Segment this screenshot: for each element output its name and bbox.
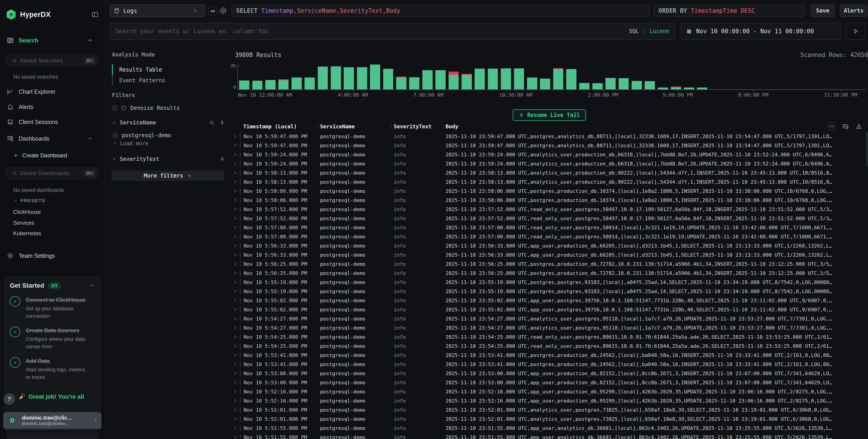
histogram-bar[interactable] (251, 59, 264, 89)
column-resize-handle[interactable]: ⋮ (440, 123, 445, 130)
row-expand-icon[interactable] (233, 253, 239, 257)
histogram-bar[interactable] (722, 59, 735, 89)
column-resize-handle[interactable]: ⋮ (315, 123, 320, 130)
help-button[interactable]: ? (4, 394, 15, 405)
column-header-timestamp[interactable]: Timestamp (Local) (243, 124, 315, 129)
table-row[interactable]: Nov 10 5:54:27.000 PMpostgresql-demoinfo… (230, 314, 868, 323)
table-row[interactable]: Nov 10 5:54:25.000 PMpostgresql-demoinfo… (230, 341, 868, 351)
histogram-bar[interactable] (303, 59, 316, 89)
table-row[interactable]: Nov 10 5:59:47.000 PMpostgresql-demoinfo… (230, 132, 868, 141)
row-expand-icon[interactable] (233, 280, 239, 284)
histogram-bar[interactable] (827, 59, 839, 89)
table-row[interactable]: Nov 10 5:53:41.000 PMpostgresql-demoinfo… (230, 360, 868, 369)
row-expand-icon[interactable] (233, 244, 239, 248)
sidebar-item-team-settings[interactable]: Team Settings (0, 250, 104, 262)
row-expand-icon[interactable] (233, 299, 239, 303)
chevron-up-icon[interactable] (87, 38, 93, 43)
histogram-bar[interactable] (591, 59, 604, 89)
histogram-bar[interactable] (395, 59, 408, 89)
table-row[interactable]: Nov 10 5:57:00.000 PMpostgresql-demoinfo… (230, 232, 868, 241)
row-expand-icon[interactable] (233, 371, 239, 375)
resume-live-tail-button[interactable]: Resume Live Tail (513, 109, 586, 121)
table-row[interactable]: Nov 10 5:56:33.000 PMpostgresql-demoinfo… (230, 241, 868, 250)
table-row[interactable]: Nov 10 5:53:00.000 PMpostgresql-demoinfo… (230, 378, 868, 387)
histogram-bar[interactable] (682, 59, 695, 89)
histogram-bar[interactable] (381, 59, 395, 89)
histogram-bar[interactable] (552, 59, 565, 89)
table-row[interactable]: Nov 10 5:54:27.000 PMpostgresql-demoinfo… (230, 323, 868, 332)
table-row[interactable]: Nov 10 5:56:33.000 PMpostgresql-demoinfo… (230, 250, 868, 259)
sidebar-item-dashboards[interactable]: Dashboards (0, 133, 104, 145)
tab-results-table[interactable]: Results Table (112, 64, 212, 75)
histogram-bar[interactable] (330, 59, 342, 89)
column-header-body[interactable]: Body (445, 124, 458, 129)
histogram-bar[interactable] (709, 59, 722, 89)
histogram-bar[interactable] (238, 59, 251, 89)
histogram-bar[interactable] (421, 59, 434, 89)
table-row[interactable]: Nov 10 5:59:47.000 PMpostgresql-demoinfo… (230, 141, 868, 150)
search-input[interactable]: Search your events w/ Lucene ex. column:… (110, 23, 675, 40)
row-expand-icon[interactable] (233, 308, 239, 312)
histogram-bar[interactable] (434, 59, 447, 89)
sidebar-item-search[interactable]: Search (0, 34, 104, 46)
save-button[interactable]: Save (811, 5, 835, 17)
order-by-input[interactable]: ORDER BY TimestampTime DESC (654, 5, 805, 17)
row-expand-icon[interactable] (233, 417, 239, 421)
row-expand-icon[interactable] (233, 344, 239, 348)
saved-searches-input[interactable]: Saved Searches ⌘K (5, 55, 99, 66)
pin-icon[interactable] (219, 120, 225, 126)
table-row[interactable]: Nov 10 5:52:16.000 PMpostgresql-demoinfo… (230, 387, 868, 396)
row-expand-icon[interactable] (233, 225, 239, 229)
download-icon[interactable] (855, 123, 863, 130)
tab-event-patterns[interactable]: Event Patterns (112, 75, 212, 86)
preset-clickhouse[interactable]: ClickHouse (13, 209, 41, 215)
histogram-bar[interactable] (513, 59, 525, 89)
table-row[interactable]: Nov 10 5:53:00.000 PMpostgresql-demoinfo… (230, 369, 868, 378)
row-expand-icon[interactable] (233, 353, 239, 357)
saved-dashboards-input[interactable]: Saved Dashboards ⌘K (5, 167, 99, 179)
table-row[interactable]: Nov 10 5:52:01.000 PMpostgresql-demoinfo… (230, 414, 868, 424)
get-started-item[interactable]: Add DataStart sending logs, metrics, or … (10, 357, 95, 381)
histogram-bar[interactable] (290, 59, 303, 89)
language-sql[interactable]: SQL (629, 28, 639, 34)
histogram-bar[interactable] (839, 59, 852, 89)
sidebar-collapse-icon[interactable] (91, 11, 99, 18)
table-row[interactable]: Nov 10 5:51:55.000 PMpostgresql-demoinfo… (230, 433, 868, 439)
table-row[interactable]: Nov 10 5:55:19.000 PMpostgresql-demoinfo… (230, 278, 868, 287)
histogram-bar[interactable] (565, 59, 578, 89)
row-expand-icon[interactable] (233, 289, 239, 293)
columns-code-icon[interactable] (828, 123, 835, 130)
column-header-severitytext[interactable]: SeverityText (394, 124, 440, 129)
table-row[interactable]: Nov 10 5:54:25.000 PMpostgresql-demoinfo… (230, 332, 868, 341)
load-more-button[interactable]: Load more (113, 140, 149, 146)
histogram-bar[interactable] (473, 59, 486, 89)
histogram-bar[interactable] (748, 59, 761, 89)
code-view-button[interactable]: <> (208, 7, 217, 15)
search-icon[interactable] (209, 120, 215, 126)
date-range-picker[interactable]: Nov 10 00:00:00 - Nov 11 00:00:00 (681, 23, 841, 40)
table-row[interactable]: Nov 10 5:58:13.000 PMpostgresql-demoinfo… (230, 168, 868, 177)
row-expand-icon[interactable] (233, 153, 239, 157)
table-row[interactable]: Nov 10 5:55:19.000 PMpostgresql-demoinfo… (230, 287, 868, 296)
table-row[interactable]: Nov 10 5:59:24.000 PMpostgresql-demoinfo… (230, 159, 868, 168)
table-row[interactable]: Nov 10 5:56:25.000 PMpostgresql-demoinfo… (230, 269, 868, 278)
table-row[interactable]: Nov 10 5:52:16.000 PMpostgresql-demoinfo… (230, 396, 868, 405)
preset-services[interactable]: Services (13, 220, 34, 226)
row-expand-icon[interactable] (233, 198, 239, 202)
histogram-plot[interactable]: Nov 10 12:00:00 AM4:00:00 AM7:00:00 AM10… (237, 59, 866, 90)
get-started-item[interactable]: Create Data SourcesConfigure where your … (10, 326, 95, 350)
presets-toggle[interactable]: PRESETS (13, 198, 45, 203)
histogram-bar[interactable] (486, 59, 499, 89)
table-row[interactable]: Nov 10 5:53:41.000 PMpostgresql-demoinfo… (230, 351, 868, 360)
histogram-bar[interactable] (447, 59, 460, 89)
row-expand-icon[interactable] (233, 326, 239, 330)
histogram-bar[interactable] (316, 59, 329, 89)
table-row[interactable]: Nov 10 5:58:13.000 PMpostgresql-demoinfo… (230, 177, 868, 186)
preset-kubernetes[interactable]: Kubernetes (13, 230, 41, 237)
histogram-bar[interactable] (578, 59, 591, 89)
create-dashboard-button[interactable]: Create Dashboard (13, 152, 67, 159)
sidebar-item-chart-explorer[interactable]: Chart Explorer (0, 86, 104, 98)
table-row[interactable]: Nov 10 5:58:06.000 PMpostgresql-demoinfo… (230, 195, 868, 205)
get-started-item[interactable]: Connect to ClickHouseSet up your databas… (10, 296, 95, 320)
column-header-servicename[interactable]: ServiceName (320, 124, 389, 129)
